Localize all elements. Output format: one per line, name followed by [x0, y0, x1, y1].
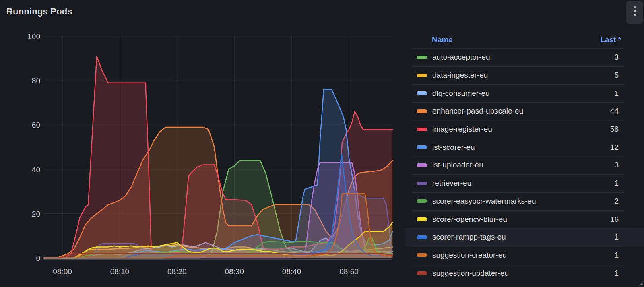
- legend-row[interactable]: suggestion-creator-eu 1: [405, 246, 644, 264]
- x-tick-label: 08:40: [282, 267, 301, 276]
- series-color-swatch[interactable]: [417, 182, 427, 185]
- y-tick-label: 0: [36, 254, 40, 262]
- series-color-swatch[interactable]: [417, 56, 427, 59]
- series-color-swatch[interactable]: [417, 128, 427, 131]
- x-tick-label: 08:50: [339, 267, 359, 276]
- kebab-menu-icon: [634, 6, 636, 16]
- legend-series-last-value: 16: [610, 215, 619, 224]
- legend-series-last-value: 58: [610, 125, 619, 134]
- series-color-swatch[interactable]: [417, 217, 427, 221]
- series-color-swatch[interactable]: [417, 109, 427, 113]
- legend-series-name: scorer-opencv-blur-eu: [432, 215, 610, 224]
- legend-series-name: data-ingester-eu: [432, 71, 614, 80]
- legend-series-last-value: 12: [610, 143, 619, 152]
- legend-series-name: retriever-eu: [432, 179, 614, 188]
- legend-series-name: suggestion-creator-eu: [432, 251, 614, 260]
- legend-row[interactable]: scorer-easyocr-watermarks-eu 2: [405, 192, 644, 211]
- legend-series-last-value: 1: [614, 89, 619, 98]
- legend-series-name: ist-scorer-eu: [432, 143, 610, 152]
- legend-series-last-value: 3: [614, 161, 619, 169]
- legend-series-name: image-register-eu: [432, 125, 610, 134]
- y-tick-label: 80: [32, 76, 40, 85]
- panel-resize-handle[interactable]: [639, 282, 643, 286]
- legend-header: Name Last *: [405, 31, 644, 48]
- x-tick-label: 08:00: [53, 267, 72, 276]
- chart-svg: 02040608010008:0008:1008:2008:3008:4008:…: [0, 0, 402, 287]
- legend-row[interactable]: scorer-opencv-blur-eu 16: [405, 210, 644, 228]
- legend-series-last-value: 3: [614, 53, 619, 62]
- legend-row[interactable]: retriever-eu 1: [405, 174, 644, 192]
- grafana-panel: Runnings Pods 02040608010008:0008:1008:2…: [0, 0, 644, 287]
- x-tick-label: 08:20: [167, 267, 187, 276]
- legend-series-last-value: 1: [614, 269, 619, 278]
- legend-series-last-value: 1: [614, 179, 619, 188]
- x-tick-label: 08:30: [225, 267, 244, 276]
- legend-row[interactable]: suggestion-updater-eu 1: [405, 264, 644, 282]
- legend-series-name: auto-acceptor-eu: [432, 53, 614, 62]
- legend-rows: auto-acceptor-eu 3 data-ingester-eu 5 dl…: [405, 48, 644, 282]
- legend-series-name: ist-uploader-eu: [432, 161, 614, 169]
- legend-series-name: dlq-consumer-eu: [432, 89, 614, 98]
- legend-row[interactable]: enhancer-pasd-upscale-eu 44: [405, 102, 644, 120]
- legend-series-last-value: 2: [614, 197, 619, 206]
- y-tick-label: 20: [32, 210, 40, 218]
- legend-series-name: scorer-easyocr-watermarks-eu: [432, 197, 614, 206]
- series-color-swatch[interactable]: [417, 74, 427, 77]
- series-color-swatch[interactable]: [417, 91, 427, 95]
- y-tick-label: 60: [32, 121, 40, 129]
- legend-series-last-value: 44: [610, 107, 619, 116]
- legend-row[interactable]: image-register-eu 58: [405, 120, 644, 138]
- legend-series-name: enhancer-pasd-upscale-eu: [432, 107, 610, 116]
- legend-row[interactable]: ist-uploader-eu 3: [405, 156, 644, 174]
- series-fill-suggestion-updater-eu: [44, 254, 392, 258]
- series-color-swatch[interactable]: [417, 253, 427, 257]
- legend-table: Name Last * auto-acceptor-eu 3 data-inge…: [405, 31, 644, 282]
- series-color-swatch[interactable]: [417, 145, 427, 149]
- legend-series-last-value: 1: [614, 251, 619, 260]
- legend-row[interactable]: auto-acceptor-eu 3: [405, 48, 644, 66]
- series-color-swatch[interactable]: [417, 235, 427, 239]
- legend-row[interactable]: ist-scorer-eu 12: [405, 138, 644, 156]
- legend-row[interactable]: dlq-consumer-eu 1: [405, 84, 644, 102]
- legend-series-last-value: 5: [614, 71, 619, 80]
- series-color-swatch[interactable]: [417, 163, 427, 167]
- legend-row[interactable]: data-ingester-eu 5: [405, 66, 644, 85]
- legend-last-header[interactable]: Last *: [600, 35, 621, 44]
- series-color-swatch[interactable]: [417, 271, 427, 275]
- x-tick-label: 08:10: [110, 267, 130, 276]
- y-tick-label: 100: [27, 32, 40, 41]
- legend-series-name: suggestion-updater-eu: [432, 269, 614, 278]
- legend-row[interactable]: scorer-rampp-tags-eu 1: [405, 228, 644, 246]
- time-series-chart[interactable]: 02040608010008:0008:1008:2008:3008:4008:…: [0, 0, 402, 287]
- y-tick-label: 40: [32, 165, 40, 174]
- legend-series-name: scorer-rampp-tags-eu: [432, 233, 614, 242]
- panel-menu-button[interactable]: [626, 1, 643, 24]
- legend-name-header[interactable]: Name: [432, 35, 453, 44]
- legend-series-last-value: 1: [614, 233, 619, 242]
- series-color-swatch[interactable]: [417, 199, 427, 203]
